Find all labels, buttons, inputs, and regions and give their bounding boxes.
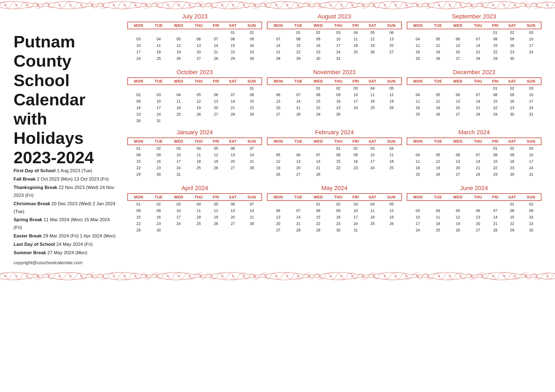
day-cell: 06 [447,36,469,42]
day-cell: 24 [407,227,429,233]
day-cell: 30 [503,171,521,178]
day-cell: 05 [363,29,382,36]
day-cell: 25 [189,220,208,227]
day-cell: 29 [128,227,149,233]
day-header: SUN [242,78,262,85]
day-cell: 28 [242,220,262,227]
day-cell [242,117,262,124]
holiday-item: Last Day of School 24 May 2024 (Fri) [14,241,119,249]
day-cell [488,201,503,207]
day-cell: 20 [382,42,402,49]
day-cell: 06 [382,29,402,36]
day-cell: 19 [168,49,189,55]
day-header: MON [267,22,289,29]
day-cell: 27 [267,227,289,233]
day-header: TUE [149,138,168,145]
day-cell: 01 [224,29,242,36]
month-calendar: October 2023MONTUEWEDTHUFRISATSUN0102030… [127,69,262,124]
day-cell: 03 [521,145,541,152]
day-cell: 29 [289,55,308,62]
day-cell: 25 [407,55,429,62]
day-cell: 04 [382,145,402,152]
day-cell: 14 [289,98,308,104]
day-cell: 18 [363,214,382,220]
day-cell: 09 [503,152,521,158]
day-cell: 20 [447,104,469,111]
day-cell [289,201,308,207]
day-cell: 06 [189,36,208,42]
day-cell [382,111,402,117]
day-cell: 01 [503,201,521,207]
day-cell: 26 [363,49,382,55]
day-cell [469,62,488,64]
day-cell: 18 [189,158,208,165]
day-cell [407,178,429,180]
day-cell: 08 [329,152,348,158]
day-cell: 09 [149,207,168,214]
day-cell: 04 [348,29,364,36]
day-cell [503,117,521,120]
day-cell [429,145,447,152]
day-cell: 20 [447,165,469,171]
day-cell [242,178,262,180]
day-cell: 06 [469,207,488,214]
day-cell: 21 [289,104,308,111]
day-cell [149,85,168,92]
day-cell: 08 [488,92,503,98]
day-header: MON [407,138,429,145]
day-cell: 11 [407,42,429,49]
day-cell: 29 [488,55,503,62]
calendar-row: January 2024MONTUEWEDTHUFRISATSUN0102030… [127,129,541,180]
day-cell: 16 [503,158,521,165]
day-header: SUN [521,78,541,85]
day-cell [267,233,289,236]
day-cell: 22 [128,165,149,171]
day-cell: 15 [488,98,503,104]
day-header: TUE [289,22,308,29]
day-cell [267,117,289,120]
day-cell: 31 [168,171,189,178]
day-cell [242,227,262,233]
day-cell [149,62,168,64]
day-cell: 13 [224,207,242,214]
day-cell [149,178,168,180]
day-cell: 02 [503,145,521,152]
month-title: May 2024 [267,185,402,192]
month-title: August 2023 [267,13,402,20]
day-cell: 05 [447,207,469,214]
day-cell: 17 [348,214,364,220]
day-cell: 01 [242,85,262,92]
day-cell: 23 [503,104,521,111]
day-cell [308,178,329,180]
day-cell: 16 [242,42,262,49]
day-cell [128,62,149,64]
day-cell [447,233,469,236]
day-cell: 31 [348,227,364,233]
day-header: MON [267,194,289,201]
day-cell: 13 [382,36,402,42]
day-cell [189,62,208,64]
day-cell [189,117,208,124]
day-header: THU [189,78,208,85]
day-cell [363,227,382,233]
day-header: SAT [503,78,521,85]
day-cell: 03 [168,201,189,207]
day-cell: 03 [168,145,189,152]
day-cell: 05 [208,201,224,207]
day-cell: 18 [407,165,429,171]
month-title: June 2024 [407,185,541,192]
day-cell [189,29,208,36]
bottom-border [0,271,555,281]
day-cell [149,233,168,236]
day-cell: 23 [329,220,348,227]
day-cell: 25 [168,111,189,117]
day-cell: 09 [521,207,541,214]
day-header: FRI [348,78,364,85]
day-cell: 20 [224,158,242,165]
day-cell [208,233,224,236]
day-cell [348,111,364,117]
day-cell: 14 [267,42,289,49]
day-cell: 10 [128,42,149,49]
day-cell: 13 [267,98,289,104]
month-calendar: July 2023MONTUEWEDTHUFRISATSUN0102030405… [127,13,262,64]
